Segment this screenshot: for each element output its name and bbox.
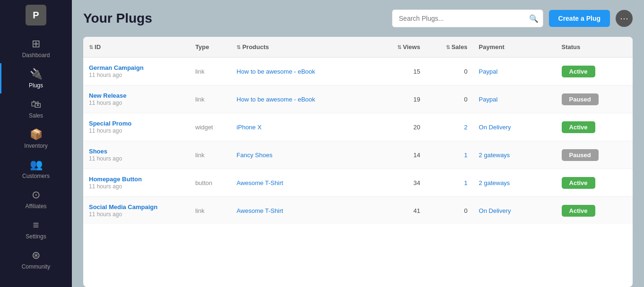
sidebar-label-affiliates: Affiliates: [25, 203, 46, 210]
cell-views-3: 14: [379, 141, 426, 169]
cell-product-1: How to be awesome - eBook: [231, 85, 378, 113]
cell-status-0: Active: [556, 58, 633, 85]
cell-product-0: How to be awesome - eBook: [231, 58, 378, 85]
header: Your Plugs 🔍 Create a Plug ⋯: [83, 9, 633, 27]
col-header-id[interactable]: ID: [83, 37, 190, 58]
sidebar-item-plugs[interactable]: 🔌 Plugs: [0, 63, 72, 93]
table-row: German Campaign 11 hours ago link How to…: [83, 58, 633, 85]
product-link-3[interactable]: Fancy Shoes: [236, 152, 272, 159]
cell-product-4: Awesome T-Shirt: [231, 169, 378, 197]
cell-type-4: button: [190, 169, 231, 197]
sidebar-item-dashboard[interactable]: ⊞ Dashboard: [0, 33, 72, 63]
customers-icon: 👥: [30, 159, 43, 171]
plug-name-4[interactable]: Homepage Button: [89, 176, 184, 183]
cell-status-5: Active: [556, 197, 633, 225]
plugs-table-container: ID Type Products Views Sales Payment Sta…: [83, 37, 633, 287]
table-row: Social Media Campaign 11 hours ago link …: [83, 197, 633, 225]
type-badge-2: widget: [195, 124, 213, 131]
sidebar-logo: P: [26, 5, 46, 25]
sidebar-item-affiliates[interactable]: ⊙ Affiliates: [0, 184, 72, 214]
cell-id-1: New Release 11 hours ago: [83, 85, 190, 113]
cell-sales-4: 1: [426, 169, 473, 197]
sidebar-label-plugs: Plugs: [29, 82, 43, 89]
payment-value-1[interactable]: Paypal: [479, 96, 498, 103]
plug-name-1[interactable]: New Release: [89, 92, 184, 99]
col-header-payment: Payment: [473, 37, 556, 58]
cell-type-3: link: [190, 141, 231, 169]
cell-views-5: 41: [379, 197, 426, 225]
payment-value-4[interactable]: 2 gateways: [479, 179, 510, 186]
create-plug-button[interactable]: Create a Plug: [549, 10, 610, 27]
main-content: Your Plugs 🔍 Create a Plug ⋯ ID Type Pro…: [72, 0, 644, 287]
search-input[interactable]: [392, 9, 543, 27]
plug-time-0: 11 hours ago: [89, 72, 122, 78]
table-row: Homepage Button 11 hours ago button Awes…: [83, 169, 633, 197]
product-link-1[interactable]: How to be awesome - eBook: [236, 96, 315, 103]
plug-name-0[interactable]: German Campaign: [89, 64, 184, 71]
sidebar-label-community: Community: [22, 263, 51, 270]
type-badge-3: link: [195, 152, 205, 159]
product-link-4[interactable]: Awesome T-Shirt: [236, 179, 283, 186]
sidebar-label-dashboard: Dashboard: [22, 52, 50, 59]
cell-product-5: Awesome T-Shirt: [231, 197, 378, 225]
col-header-sales[interactable]: Sales: [426, 37, 473, 58]
payment-value-0[interactable]: Paypal: [479, 68, 498, 75]
cell-type-5: link: [190, 197, 231, 225]
cell-status-3: Paused: [556, 141, 633, 169]
status-badge-2: Active: [562, 121, 595, 133]
type-badge-4: button: [195, 179, 212, 186]
page-title: Your Plugs: [83, 11, 152, 26]
product-link-5[interactable]: Awesome T-Shirt: [236, 207, 283, 214]
sidebar-item-settings[interactable]: ≡ Settings: [0, 214, 72, 245]
cell-views-1: 19: [379, 85, 426, 113]
cell-status-2: Active: [556, 113, 633, 141]
cell-views-0: 15: [379, 58, 426, 85]
cell-id-2: Special Promo 11 hours ago: [83, 113, 190, 141]
inventory-icon: 📦: [30, 128, 43, 141]
plug-name-3[interactable]: Shoes: [89, 148, 184, 155]
plug-name-5[interactable]: Social Media Campaign: [89, 203, 184, 211]
cell-status-4: Active: [556, 169, 633, 197]
cell-sales-1: 0: [426, 85, 473, 113]
status-badge-0: Active: [562, 66, 595, 77]
header-right: 🔍 Create a Plug ⋯: [392, 9, 633, 27]
sidebar-item-inventory[interactable]: 📦 Inventory: [0, 124, 72, 154]
product-link-0[interactable]: How to be awesome - eBook: [236, 68, 315, 75]
sidebar-item-customers[interactable]: 👥 Customers: [0, 154, 72, 184]
more-options-button[interactable]: ⋯: [616, 10, 633, 27]
sales-value[interactable]: 2: [464, 124, 467, 131]
sales-value[interactable]: 1: [464, 179, 467, 186]
plug-time-3: 11 hours ago: [89, 155, 122, 162]
sidebar-label-settings: Settings: [26, 233, 46, 240]
col-header-status: Status: [556, 37, 633, 58]
payment-value-5[interactable]: On Delivery: [479, 207, 511, 214]
cell-sales-5: 0: [426, 197, 473, 225]
cell-type-1: link: [190, 85, 231, 113]
plug-name-2[interactable]: Special Promo: [89, 120, 184, 127]
affiliates-icon: ⊙: [32, 189, 40, 201]
search-button[interactable]: 🔍: [529, 14, 539, 23]
cell-payment-2: On Delivery: [473, 113, 556, 141]
cell-id-0: German Campaign 11 hours ago: [83, 58, 190, 85]
cell-id-3: Shoes 11 hours ago: [83, 141, 190, 169]
product-link-2[interactable]: iPhone X: [236, 124, 261, 131]
table-row: Shoes 11 hours ago link Fancy Shoes 14 1…: [83, 141, 633, 169]
sidebar-item-sales[interactable]: 🛍 Sales: [0, 93, 72, 124]
type-badge-5: link: [195, 207, 205, 214]
search-container: 🔍: [392, 9, 543, 27]
col-header-type: Type: [190, 37, 231, 58]
type-badge-0: link: [195, 68, 205, 75]
cell-status-1: Paused: [556, 85, 633, 113]
payment-value-2[interactable]: On Delivery: [479, 124, 511, 131]
plug-time-1: 11 hours ago: [89, 100, 122, 106]
col-header-views[interactable]: Views: [379, 37, 426, 58]
sales-value[interactable]: 1: [464, 152, 467, 159]
status-badge-1: Paused: [562, 93, 599, 105]
table-header-row: ID Type Products Views Sales Payment Sta…: [83, 37, 633, 58]
col-header-products[interactable]: Products: [231, 37, 378, 58]
cell-sales-2: 2: [426, 113, 473, 141]
payment-value-3[interactable]: 2 gateways: [479, 152, 510, 159]
cell-payment-4: 2 gateways: [473, 169, 556, 197]
sidebar-item-community[interactable]: ⊛ Community: [0, 245, 72, 275]
cell-product-3: Fancy Shoes: [231, 141, 378, 169]
